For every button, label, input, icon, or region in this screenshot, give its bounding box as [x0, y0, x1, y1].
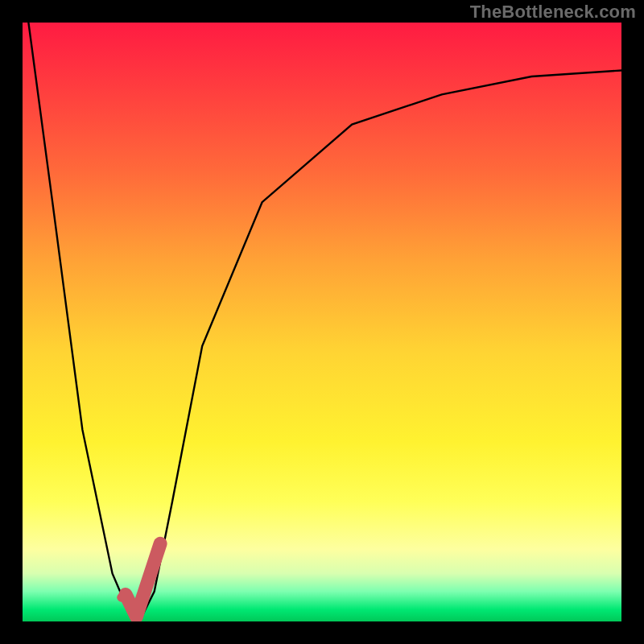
optimal-tick: [126, 543, 160, 617]
plot-area: [23, 23, 621, 621]
chart-frame: TheBottleneck.com: [0, 0, 644, 644]
bottleneck-curve: [28, 23, 621, 616]
curve-layer: [23, 23, 621, 621]
watermark-text: TheBottleneck.com: [470, 2, 636, 23]
